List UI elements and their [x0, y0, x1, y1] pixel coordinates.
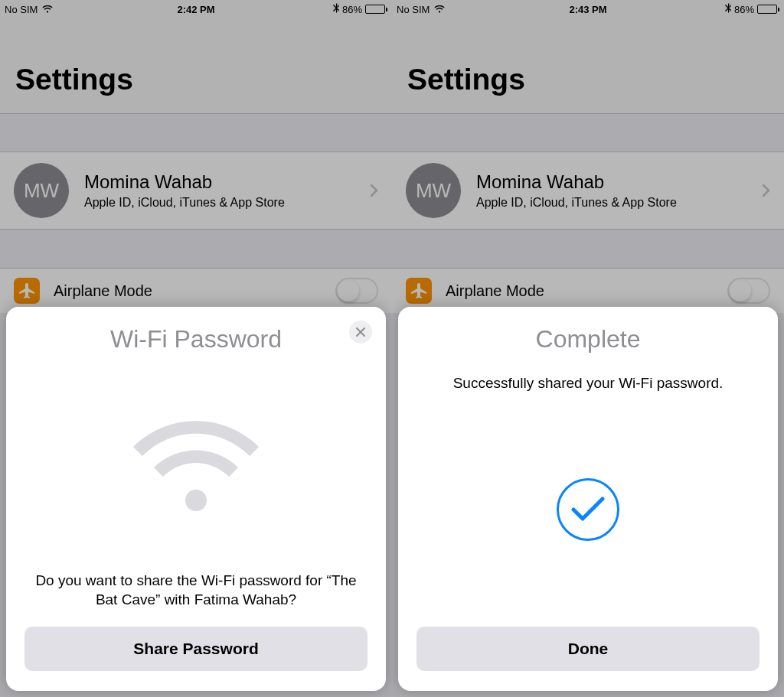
success-check-icon [557, 478, 619, 541]
share-password-button[interactable]: Share Password [24, 627, 368, 671]
card-message: Successfully shared your Wi-Fi password. [416, 375, 760, 392]
wifi-share-card: Wi-Fi Password Do you want to share the … [6, 307, 386, 691]
card-prompt: Do you want to share the Wi-Fi password … [24, 571, 368, 610]
card-title: Complete [416, 325, 760, 353]
wifi-large-icon [127, 415, 265, 515]
wifi-complete-card: Complete Successfully shared your Wi-Fi … [398, 307, 778, 691]
card-title: Wi-Fi Password [24, 325, 368, 353]
phone-right: No SIM 2:43 PM 86% Settings MW Momina Wa… [392, 0, 784, 697]
close-icon [356, 327, 365, 337]
done-button[interactable]: Done [416, 627, 760, 671]
phone-left: No SIM 2:42 PM 86% Settings MW Momina Wa… [0, 0, 392, 697]
close-button[interactable] [349, 321, 372, 344]
